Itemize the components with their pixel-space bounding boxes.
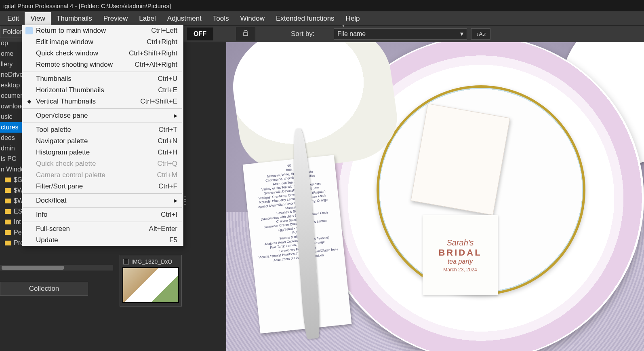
menu-view[interactable]: View — [25, 12, 51, 25]
menu-item-label: Info — [36, 211, 47, 219]
menu-item-vertical-thumbnails[interactable]: Vertical ThumbnailsCtrl+Shift+E — [22, 96, 183, 107]
menu-separator — [23, 72, 182, 72]
napkin-line3: tea party — [448, 258, 473, 265]
photo-favor-box — [410, 104, 510, 216]
folder-icon — [5, 199, 11, 203]
menu-edit[interactable]: Edit — [2, 12, 25, 25]
titlebar: igital Photo Professional 4 - [Folder: C… — [0, 0, 644, 11]
folder-tab-label: Folder — [3, 28, 22, 36]
sort-by-select[interactable]: File name ▾ — [334, 28, 467, 40]
sort-by-label: Sort by: — [291, 30, 315, 38]
menu-item-dock-float[interactable]: Dock/float▶ — [22, 195, 183, 206]
menu-extended-functions[interactable]: Extended functions — [270, 12, 340, 25]
menubar: EditViewThumbnailsPreviewLabelAdjustment… — [0, 11, 644, 26]
menu-item-shortcut: Ctrl+N — [158, 137, 177, 145]
preview-image[interactable]: NU ters: Mimosas, Wine, Tea, Lemonade Ch… — [226, 42, 644, 351]
napkin-line2: BRIDAL — [438, 247, 482, 258]
menu-item-edit-image-window[interactable]: Edit image windowCtrl+Right — [22, 36, 183, 48]
menu-item-shortcut: Ctrl+Left — [151, 27, 177, 35]
menu-thumbnails[interactable]: Thumbnails — [51, 12, 98, 25]
collection-label: Collection — [29, 285, 59, 293]
menu-item-label: Histogram palette — [36, 148, 90, 156]
sort-direction-button[interactable]: ↓Aᴢ — [471, 28, 490, 40]
menu-item-shortcut: F5 — [169, 236, 177, 244]
menu-item-label: Full-screen — [36, 225, 70, 233]
menu-item-thumbnails[interactable]: ThumbnailsCtrl+U — [22, 73, 183, 85]
menu-item-label: Open/close pane — [36, 112, 88, 120]
menu-item-label: Filter/Sort pane — [36, 182, 83, 190]
menu-item-horizontal-thumbnails[interactable]: Horizontal ThumbnailsCtrl+E — [22, 85, 183, 96]
menu-item-tool-palette[interactable]: Tool paletteCtrl+T — [22, 124, 183, 135]
menu-item-update[interactable]: UpdateF5 — [22, 235, 183, 246]
menu-item-label: Vertical Thumbnails — [36, 97, 96, 106]
menu-item-label: Thumbnails — [36, 75, 72, 83]
tree-item-label: dmin — [1, 145, 15, 152]
menu-item-return-to-main-window[interactable]: Return to main windowCtrl+Left — [22, 25, 183, 36]
menu-item-label: Navigator palette — [36, 137, 88, 145]
submenu-arrow-icon: ▶ — [174, 113, 177, 118]
menu-item-label: Quick check palette — [36, 160, 96, 168]
tree-item-label: ome — [1, 50, 13, 57]
menu-item-shortcut: Ctrl+Shift+E — [140, 97, 177, 106]
menu-item-shortcut: Ctrl+I — [161, 211, 177, 219]
menu-preview[interactable]: Preview — [98, 12, 133, 25]
submenu-arrow-icon: ▶ — [174, 198, 177, 203]
toggle-off-button[interactable]: OFF — [187, 27, 213, 40]
scrollbar-thumb[interactable] — [2, 266, 64, 270]
menu-item-navigator-palette[interactable]: Navigator paletteCtrl+N — [22, 135, 183, 147]
thumbnail-image[interactable] — [122, 267, 179, 303]
menu-separator — [23, 108, 182, 109]
tree-item-label: n Windo — [1, 166, 25, 173]
folder-icon — [5, 230, 11, 235]
tree-scrollbar[interactable] — [0, 265, 113, 271]
thumbnail-card[interactable]: IMG_1320_DxO — [120, 255, 182, 307]
menu-item-shortcut: Ctrl+E — [158, 86, 177, 94]
tree-item-label: esktop — [1, 82, 20, 89]
sort-by-value: File name — [337, 30, 366, 38]
menu-item-histogram-palette[interactable]: Histogram paletteCtrl+H — [22, 147, 183, 158]
chevron-down-icon: ▾ — [460, 30, 463, 38]
folder-icon — [5, 178, 11, 182]
menu-item-label: Dock/float — [36, 197, 67, 205]
menu-adjustment[interactable]: Adjustment — [162, 12, 207, 25]
menu-item-label: Remote shooting window — [36, 61, 113, 69]
menu-item-shortcut: Ctrl+Q — [157, 160, 177, 168]
tree-item-label: ctures — [1, 124, 19, 131]
menu-item-full-screen[interactable]: Full-screenAlt+Enter — [22, 223, 183, 235]
lock-button[interactable] — [236, 27, 255, 40]
menu-help[interactable]: Help — [340, 12, 366, 25]
tree-item-label: is PC — [1, 155, 16, 163]
menu-item-label: Quick check window — [36, 49, 98, 57]
collection-tab[interactable]: Collection — [0, 282, 88, 296]
menu-window[interactable]: Window — [235, 12, 270, 25]
tree-item-label: op — [1, 40, 8, 47]
menu-item-quick-check-palette: Quick check paletteCtrl+Q — [22, 158, 183, 169]
menu-label[interactable]: Label — [133, 12, 162, 25]
folder-tab[interactable]: Folder — [0, 26, 22, 38]
menu-item-label: Update — [36, 236, 58, 244]
off-label: OFF — [194, 30, 206, 38]
folder-icon — [5, 241, 11, 245]
folder-icon — [5, 209, 11, 214]
menu-separator — [23, 222, 182, 222]
sort-az-icon: ↓Aᴢ — [476, 31, 485, 37]
folder-icon — [5, 188, 11, 193]
window-title: igital Photo Professional 4 - [Folder: C… — [3, 2, 171, 9]
folder-icon — [5, 220, 11, 224]
menu-item-shortcut: Ctrl+H — [158, 148, 177, 156]
menu-item-remote-shooting-window[interactable]: Remote shooting windowCtrl+Alt+Right — [22, 59, 183, 70]
radio-icon — [25, 98, 33, 105]
menu-item-quick-check-window[interactable]: Quick check windowCtrl+Shift+Right — [22, 48, 183, 59]
menu-item-shortcut: Ctrl+U — [158, 75, 177, 83]
view-menu-dropdown: Return to main windowCtrl+LeftEdit image… — [22, 25, 183, 246]
tree-item-label: $G — [14, 176, 22, 184]
menu-item-open-close-pane[interactable]: Open/close pane▶ — [22, 110, 183, 121]
menu-item-label: Tool palette — [36, 126, 71, 134]
menu-item-filter-sort-pane[interactable]: Filter/Sort paneCtrl+F — [22, 181, 183, 192]
menu-item-info[interactable]: InfoCtrl+I — [22, 209, 183, 220]
menu-item-shortcut: Ctrl+Alt+Right — [135, 61, 177, 69]
thumbnail-checkbox[interactable] — [123, 259, 129, 264]
menu-tools[interactable]: Tools — [207, 12, 235, 25]
menu-item-shortcut: Ctrl+Shift+Right — [129, 49, 177, 57]
menu-item-label: Horizontal Thumbnails — [36, 86, 104, 94]
